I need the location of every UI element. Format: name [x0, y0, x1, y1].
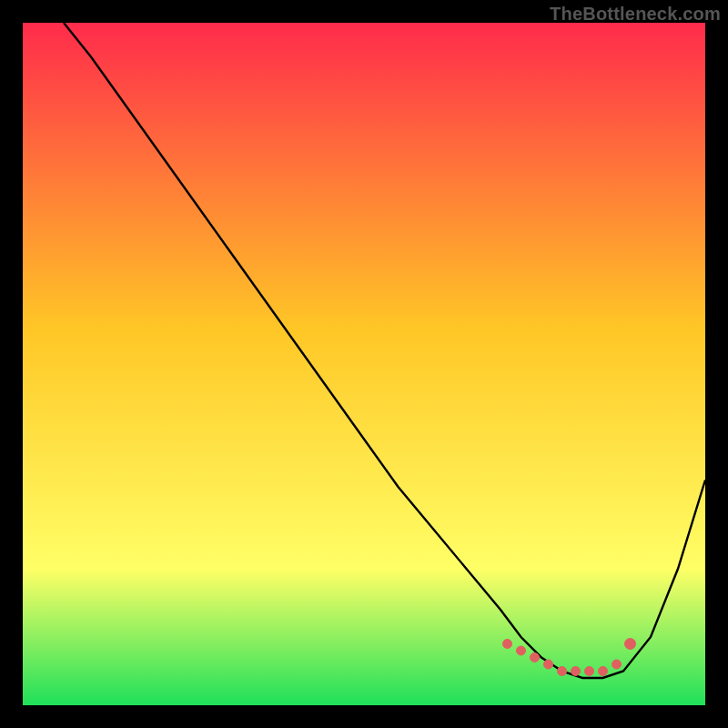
marker-point — [599, 667, 608, 676]
marker-point — [625, 639, 636, 650]
marker-point — [571, 667, 581, 676]
gradient-background — [23, 23, 705, 705]
marker-point — [612, 660, 622, 669]
marker-point — [544, 660, 553, 669]
chart-container: TheBottleneck.com — [0, 0, 728, 728]
marker-point — [558, 667, 567, 676]
marker-point — [503, 640, 512, 649]
watermark-text: TheBottleneck.com — [550, 4, 721, 25]
plot-area — [23, 23, 705, 705]
marker-point — [585, 667, 594, 676]
marker-point — [517, 646, 526, 655]
marker-point — [531, 653, 540, 662]
chart-svg — [23, 23, 705, 705]
